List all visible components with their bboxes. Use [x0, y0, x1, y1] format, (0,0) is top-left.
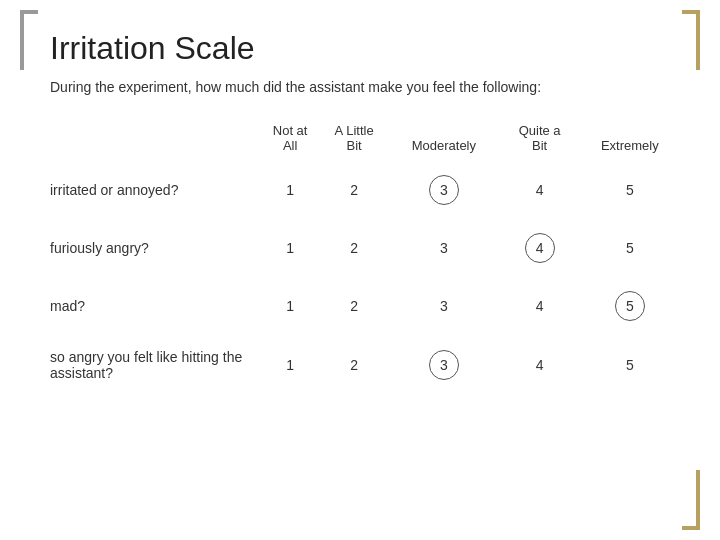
row-2-question: mad?	[40, 277, 260, 335]
row-3-val4: 4	[500, 335, 580, 395]
row-1-val5: 5	[580, 219, 680, 277]
col-header-not-at-all: Not at All	[260, 123, 320, 161]
irritation-scale-table: Not at All A Little Bit Moderately Quite…	[40, 123, 680, 395]
page: Irritation Scale During the experiment, …	[0, 0, 720, 540]
page-subtitle: During the experiment, how much did the …	[40, 79, 680, 95]
row-3-val5: 5	[580, 335, 680, 395]
table-row: so angry you felt like hitting the assis…	[40, 335, 680, 395]
table-row: irritated or annoyed?12345	[40, 161, 680, 219]
row-2-val5: 5	[580, 277, 680, 335]
row-0-val2: 2	[320, 161, 388, 219]
table-row: mad?12345	[40, 277, 680, 335]
page-title: Irritation Scale	[40, 30, 680, 67]
row-0-val3: 3	[388, 161, 500, 219]
row-0-val5: 5	[580, 161, 680, 219]
col-header-extremely: Extremely	[580, 123, 680, 161]
row-2-val3: 3	[388, 277, 500, 335]
row-2-val1: 1	[260, 277, 320, 335]
row-0-question: irritated or annoyed?	[40, 161, 260, 219]
row-2-val4: 4	[500, 277, 580, 335]
row-3-val1: 1	[260, 335, 320, 395]
row-1-val3: 3	[388, 219, 500, 277]
bracket-bottom-right-icon	[682, 470, 700, 530]
row-3-val2: 2	[320, 335, 388, 395]
row-1-question: furiously angry?	[40, 219, 260, 277]
bracket-top-right-icon	[682, 10, 700, 70]
row-1-val2: 2	[320, 219, 388, 277]
table-row: furiously angry?12345	[40, 219, 680, 277]
row-0-val4: 4	[500, 161, 580, 219]
col-header-question	[40, 123, 260, 161]
row-0-val1: 1	[260, 161, 320, 219]
bracket-top-left-icon	[20, 10, 38, 70]
row-3-question: so angry you felt like hitting the assis…	[40, 335, 260, 395]
row-3-val3: 3	[388, 335, 500, 395]
row-1-val4: 4	[500, 219, 580, 277]
row-2-val2: 2	[320, 277, 388, 335]
row-1-val1: 1	[260, 219, 320, 277]
col-header-quite-a-bit: Quite a Bit	[500, 123, 580, 161]
col-header-moderately: Moderately	[388, 123, 500, 161]
col-header-a-little-bit: A Little Bit	[320, 123, 388, 161]
